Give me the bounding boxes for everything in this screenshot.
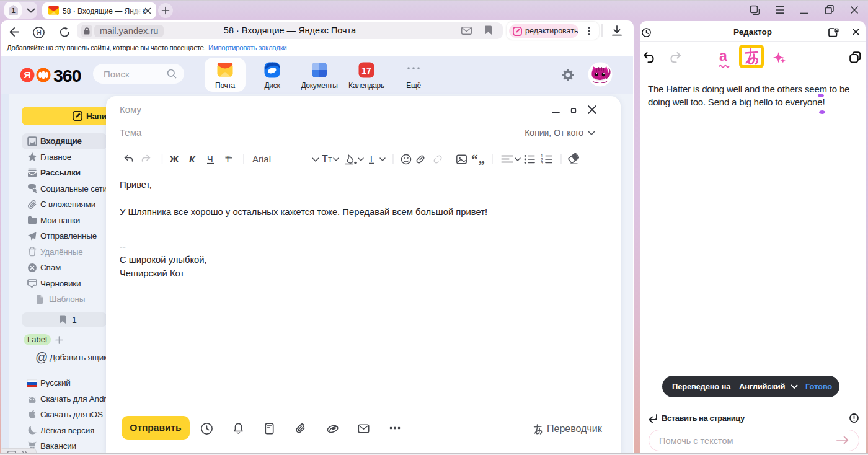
svg-text:Т: Т: [225, 154, 231, 164]
svg-text:T: T: [322, 154, 328, 164]
svg-text:T: T: [328, 156, 332, 164]
svg-text:Я: Я: [24, 69, 31, 80]
svg-text:Ч: Ч: [207, 154, 213, 164]
svg-text:“: “: [471, 154, 478, 165]
svg-text:“: “: [479, 154, 485, 165]
svg-text:Ж: Ж: [169, 154, 179, 164]
svg-text:Я: Я: [36, 29, 42, 37]
svg-text:17: 17: [361, 66, 371, 76]
svg-text:3: 3: [541, 161, 543, 165]
svg-text:360: 360: [53, 66, 81, 84]
svg-text:I: I: [370, 154, 373, 164]
svg-text:К: К: [189, 154, 196, 164]
svg-text:1: 1: [11, 7, 15, 14]
svg-text:Arial: Arial: [252, 154, 271, 164]
